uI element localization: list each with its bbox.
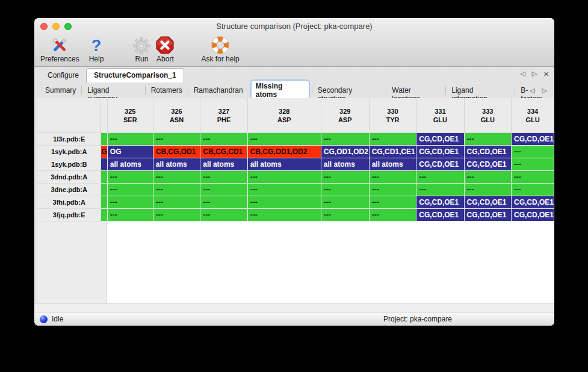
- clipped-lead-cell[interactable]: [101, 158, 107, 171]
- column-header-330[interactable]: 330TYR: [370, 98, 417, 133]
- clipped-lead-cell[interactable]: [101, 209, 107, 222]
- subtab-water-locations[interactable]: Water locations: [386, 86, 445, 95]
- cell-3dnd.pdb:A-330[interactable]: ---: [370, 171, 417, 184]
- cell-3fjq.pdb:E-334[interactable]: CG,CD,OE1: [512, 209, 554, 222]
- row-label[interactable]: 1syk.pdb:A: [37, 146, 101, 158]
- cell-3dnd.pdb:A-327[interactable]: ---: [200, 171, 247, 184]
- cell-3fhi.pdb:A-333[interactable]: CG,CD,OE1: [465, 196, 512, 209]
- cell-3dne.pdb:A-329[interactable]: ---: [321, 184, 370, 196]
- cell-1syk.pdb:B-329[interactable]: all atoms: [321, 158, 370, 171]
- clipped-lead-cell[interactable]: [101, 196, 107, 209]
- cell-1l3r.pdb:E-330[interactable]: ---: [370, 133, 417, 146]
- cell-3fhi.pdb:A-334[interactable]: CG,CD,OE1: [512, 196, 554, 209]
- cell-3fhi.pdb:A-326[interactable]: ---: [153, 196, 201, 209]
- cell-3fhi.pdb:A-327[interactable]: ---: [200, 196, 247, 209]
- table-viewport[interactable]: 325SER326ASN327PHE328ASP329ASP330TYR331G…: [37, 98, 554, 303]
- help-button[interactable]: ? Help: [89, 35, 104, 64]
- cell-1l3r.pdb:E-325[interactable]: ---: [108, 133, 153, 146]
- cell-3dne.pdb:A-325[interactable]: ---: [108, 184, 153, 196]
- cell-3dnd.pdb:A-333[interactable]: ---: [465, 171, 512, 184]
- cell-3fjq.pdb:E-331[interactable]: CG,CD,OE1: [416, 209, 464, 222]
- cell-1syk.pdb:A-330[interactable]: CG,CD1,CE1: [370, 146, 417, 158]
- cell-3fjq.pdb:E-327[interactable]: ---: [200, 209, 247, 222]
- column-header-333[interactable]: 333GLU: [465, 98, 512, 133]
- close-window-button[interactable]: [40, 23, 48, 30]
- column-header-331[interactable]: 331GLU: [416, 98, 464, 133]
- cell-3fhi.pdb:A-325[interactable]: ---: [108, 196, 153, 209]
- subtab-secondary-structure[interactable]: Secondary structure: [312, 86, 386, 95]
- ask-for-help-button[interactable]: Ask for help: [201, 35, 239, 64]
- cell-3fjq.pdb:E-325[interactable]: ---: [108, 209, 153, 222]
- cell-1syk.pdb:B-328[interactable]: all atoms: [248, 158, 321, 171]
- cell-1syk.pdb:A-325[interactable]: OG: [108, 146, 153, 158]
- tab-scroll-right-icon[interactable]: ▷: [532, 70, 537, 78]
- cell-3fjq.pdb:E-326[interactable]: ---: [153, 209, 201, 222]
- cell-3fhi.pdb:A-328[interactable]: ---: [248, 196, 321, 209]
- cell-1syk.pdb:A-329[interactable]: CG,OD1,OD2: [321, 146, 370, 158]
- cell-3dne.pdb:A-326[interactable]: ---: [153, 184, 201, 196]
- cell-3dnd.pdb:A-329[interactable]: ---: [321, 171, 370, 184]
- abort-button[interactable]: Abort: [155, 35, 175, 64]
- cell-1l3r.pdb:E-333[interactable]: ---: [465, 133, 512, 146]
- subtab-scroll-right-icon[interactable]: ▷: [542, 87, 547, 95]
- cell-1l3r.pdb:E-334[interactable]: CG,CD,OE1: [512, 133, 554, 146]
- cell-1syk.pdb:B-330[interactable]: all atoms: [370, 158, 417, 171]
- cell-3dne.pdb:A-328[interactable]: ---: [248, 184, 321, 196]
- cell-1syk.pdb:A-328[interactable]: CB,CG,OD1,OD2: [248, 146, 321, 158]
- cell-1syk.pdb:B-333[interactable]: CG,CD,OE1: [465, 158, 512, 171]
- cell-3fjq.pdb:E-329[interactable]: ---: [321, 209, 370, 222]
- cell-1l3r.pdb:E-328[interactable]: ---: [248, 133, 321, 146]
- cell-3fhi.pdb:A-330[interactable]: ---: [370, 196, 417, 209]
- subtab-rotamers[interactable]: Rotamers: [145, 86, 188, 95]
- clipped-lead-cell[interactable]: [101, 171, 107, 184]
- cell-3fjq.pdb:E-328[interactable]: ---: [248, 209, 321, 222]
- preferences-button[interactable]: Preferences: [40, 35, 79, 64]
- run-button[interactable]: Run: [132, 35, 150, 64]
- row-label[interactable]: 1l3r.pdb:E: [37, 133, 101, 146]
- cell-3dnd.pdb:A-331[interactable]: ---: [416, 171, 464, 184]
- cell-3dne.pdb:A-330[interactable]: ---: [370, 184, 417, 196]
- clipped-lead-cell[interactable]: [101, 133, 107, 146]
- subtab-ligand-summary[interactable]: Ligand summary: [81, 86, 144, 95]
- column-header-329[interactable]: 329ASP: [321, 98, 370, 133]
- cell-3dne.pdb:A-334[interactable]: ---: [512, 184, 554, 196]
- cell-3dne.pdb:A-333[interactable]: ---: [465, 184, 512, 196]
- column-header-334[interactable]: 334GLU: [512, 98, 554, 133]
- subtab-ligand-information[interactable]: Ligand information: [445, 86, 515, 95]
- cell-1l3r.pdb:E-331[interactable]: CG,CD,OE1: [416, 133, 464, 146]
- cell-3dne.pdb:A-327[interactable]: ---: [200, 184, 247, 196]
- cell-1l3r.pdb:E-327[interactable]: ---: [200, 133, 247, 146]
- cell-1syk.pdb:A-327[interactable]: CB,CG,CD1: [200, 146, 247, 158]
- cell-3fjq.pdb:E-333[interactable]: CG,CD,OE1: [465, 209, 512, 222]
- cell-1syk.pdb:B-326[interactable]: all atoms: [153, 158, 201, 171]
- cell-1syk.pdb:B-327[interactable]: all atoms: [200, 158, 247, 171]
- clipped-lead-cell[interactable]: G: [101, 146, 107, 158]
- cell-3fjq.pdb:E-330[interactable]: ---: [370, 209, 417, 222]
- row-label[interactable]: 1syk.pdb:B: [37, 158, 101, 171]
- column-header-325[interactable]: 325SER: [108, 98, 153, 133]
- cell-3fhi.pdb:A-329[interactable]: ---: [321, 196, 370, 209]
- cell-3dne.pdb:A-331[interactable]: ---: [416, 184, 464, 196]
- cell-3fhi.pdb:A-331[interactable]: CG,CD,OE1: [416, 196, 464, 209]
- clipped-lead-cell[interactable]: [101, 184, 107, 196]
- subtab-ramachandran[interactable]: Ramachandran: [188, 86, 249, 95]
- cell-1syk.pdb:A-334[interactable]: ---: [512, 146, 554, 158]
- cell-1syk.pdb:B-334[interactable]: ---: [512, 158, 554, 171]
- cell-3dnd.pdb:A-325[interactable]: ---: [108, 171, 153, 184]
- column-header-327[interactable]: 327PHE: [200, 98, 247, 133]
- cell-1l3r.pdb:E-329[interactable]: ---: [321, 133, 370, 146]
- column-header-328[interactable]: 328ASP: [248, 98, 321, 133]
- minimize-window-button[interactable]: [52, 23, 60, 30]
- row-label[interactable]: 3dne.pdb:A: [37, 184, 101, 196]
- tab-structurecomparison-1[interactable]: StructureComparison_1: [86, 68, 184, 82]
- cell-3dnd.pdb:A-326[interactable]: ---: [153, 171, 201, 184]
- cell-1syk.pdb:A-331[interactable]: CG,CD,OE1: [416, 146, 464, 158]
- zoom-window-button[interactable]: [64, 23, 72, 30]
- tab-configure[interactable]: Configure: [40, 69, 86, 82]
- cell-1syk.pdb:B-325[interactable]: all atoms: [108, 158, 153, 171]
- cell-3dnd.pdb:A-328[interactable]: ---: [248, 171, 321, 184]
- cell-3dnd.pdb:A-334[interactable]: ---: [512, 171, 554, 184]
- subtab-summary[interactable]: Summary: [40, 86, 81, 95]
- subtab-scroll-left-icon[interactable]: ◁: [530, 87, 534, 95]
- tab-scroll-left-icon[interactable]: ◁: [520, 70, 525, 78]
